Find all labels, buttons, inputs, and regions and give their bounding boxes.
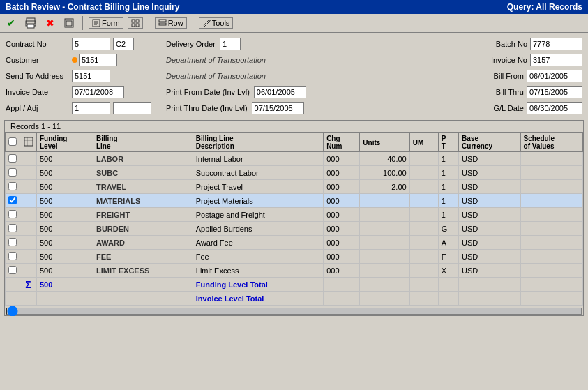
col-header-units: Units — [360, 133, 409, 152]
row-um — [409, 180, 438, 194]
invoice-date-input[interactable]: 07/01/2008 — [72, 86, 124, 98]
records-bar: Records 1 - 11 — [4, 120, 584, 132]
row-checkbox[interactable] — [8, 252, 17, 260]
contract-no-code[interactable]: C2 — [113, 38, 134, 50]
row-icon-cell — [20, 222, 37, 236]
col-header-icon — [20, 133, 37, 152]
gl-date-input[interactable]: 06/30/2005 — [527, 102, 582, 114]
svg-rect-4 — [66, 21, 72, 26]
table-row[interactable]: 500 AWARD Award Fee 000 A USD — [6, 236, 583, 250]
separator-1 — [82, 16, 83, 30]
close-button[interactable]: ✖ — [43, 17, 57, 29]
row-icon-cell — [20, 250, 37, 264]
print-button[interactable] — [22, 17, 39, 29]
row-pt: 1 — [438, 208, 458, 222]
row-billing-line: TRAVEL — [93, 180, 193, 194]
row-checkbox[interactable] — [8, 168, 17, 177]
row-description: Applied Burdens — [193, 222, 323, 236]
ft-um — [409, 278, 438, 292]
row-units — [360, 208, 409, 222]
row-checkbox[interactable] — [8, 196, 17, 204]
right-form-col: Batch No 7778 Invoice No 3157 Bill From … — [340, 37, 582, 117]
check-button[interactable]: ✔ — [4, 17, 18, 29]
row-checkbox-cell — [6, 264, 20, 278]
row-funding-level: 500 — [37, 152, 93, 166]
form-button[interactable]: Form — [89, 17, 123, 29]
row-checkbox[interactable] — [8, 182, 17, 190]
batch-no-input[interactable]: 7778 — [530, 38, 582, 50]
row-icon-cell — [20, 264, 37, 278]
bill-thru-label: Bill Thru — [478, 88, 524, 96]
billing-lines-table: FundingLevel BillingLine Billing LineDes… — [5, 133, 583, 306]
row-checkbox[interactable] — [8, 238, 17, 246]
row-checkbox[interactable] — [8, 224, 17, 232]
row-pt: 1 — [438, 180, 458, 194]
row-button[interactable]: Row — [155, 17, 187, 29]
ft-label — [93, 278, 193, 292]
bill-thru-input[interactable]: 07/15/2005 — [527, 86, 582, 98]
row-checkbox[interactable] — [8, 154, 17, 163]
col-header-description: Billing LineDescription — [193, 133, 323, 152]
delivery-order-label: Delivery Order — [166, 40, 216, 48]
row-units — [360, 250, 409, 264]
row-units — [360, 222, 409, 236]
print-from-input[interactable]: 06/01/2005 — [254, 86, 306, 98]
row-base-currency: USD — [459, 236, 520, 250]
col-header-base-currency: BaseCurrency — [459, 133, 520, 152]
row-checkbox[interactable] — [8, 266, 17, 274]
row-checkbox[interactable] — [8, 210, 17, 218]
table-row[interactable]: 500 TRAVEL Project Travel 000 2.00 1 USD — [6, 180, 583, 194]
col-header-billing-line: BillingLine — [93, 133, 193, 152]
table-row[interactable]: 500 LIMIT EXCESS Limit Excess 000 X USD — [6, 264, 583, 278]
send-to-input[interactable]: 5151 — [72, 70, 110, 82]
row-chg-num: 000 — [324, 264, 360, 278]
bill-from-input[interactable]: 06/01/2005 — [527, 70, 582, 82]
row-schedule — [520, 180, 582, 194]
ft-pt — [438, 278, 458, 292]
left-form-col: Contract No 5 C2 Customer 5151 Send To A… — [6, 37, 159, 117]
appl-adj-input2[interactable] — [113, 102, 151, 114]
table-row[interactable]: 500 BURDEN Applied Burdens 000 G USD — [6, 222, 583, 236]
row-units — [360, 194, 409, 208]
it-label-text: Invoice Level Total — [193, 292, 323, 306]
select-all-checkbox[interactable] — [8, 137, 17, 146]
col-header-schedule: Scheduleof Values — [520, 133, 582, 152]
row-billing-line: LIMIT EXCESS — [93, 264, 193, 278]
row-pt: 1 — [438, 166, 458, 180]
table-row[interactable]: 500 MATERIALS Project Materials 000 1 US… — [6, 194, 583, 208]
row-billing-line: FEE — [93, 250, 193, 264]
contract-no-input[interactable]: 5 — [72, 38, 110, 50]
delivery-order-input[interactable]: 1 — [220, 38, 241, 50]
table-row[interactable]: 500 LABOR Internal Labor 000 40.00 1 USD — [6, 152, 583, 166]
appl-adj-input[interactable]: 1 — [72, 102, 110, 114]
row-billing-line: AWARD — [93, 236, 193, 250]
tools-button[interactable]: Tools — [199, 17, 234, 29]
row-funding-level: 500 — [37, 208, 93, 222]
horizontal-scrollbar[interactable] — [6, 308, 582, 315]
row-funding-level: 500 — [37, 250, 93, 264]
table-row[interactable]: 500 FREIGHT Postage and Freight 000 1 US… — [6, 208, 583, 222]
it-um — [409, 292, 438, 306]
row-um — [409, 250, 438, 264]
row-schedule — [520, 236, 582, 250]
row-description: Internal Labor — [193, 152, 323, 166]
batch-no-label: Batch No — [482, 40, 527, 48]
row-base-currency: USD — [459, 166, 520, 180]
table-row[interactable]: 500 FEE Fee 000 F USD — [6, 250, 583, 264]
svg-rect-11 — [132, 24, 135, 27]
customer-input[interactable]: 5151 — [79, 54, 117, 66]
row-chg-num: 000 — [324, 166, 360, 180]
row-schedule — [520, 194, 582, 208]
print-from-label: Print From Date (Inv Lvl) — [166, 88, 250, 96]
row-um — [409, 264, 438, 278]
form-area: Contract No 5 C2 Customer 5151 Send To A… — [0, 33, 588, 120]
print-thru-input[interactable]: 07/15/2005 — [252, 102, 304, 114]
window-button[interactable] — [61, 17, 77, 29]
table-row[interactable]: 500 SUBC Subcontract Labor 000 100.00 1 … — [6, 166, 583, 180]
invoice-no-input[interactable]: 3157 — [530, 54, 582, 66]
row-chg-num: 000 — [324, 236, 360, 250]
grid-button[interactable] — [128, 17, 143, 29]
row-schedule — [520, 250, 582, 264]
ft-currency — [459, 278, 520, 292]
row-funding-level: 500 — [37, 166, 93, 180]
